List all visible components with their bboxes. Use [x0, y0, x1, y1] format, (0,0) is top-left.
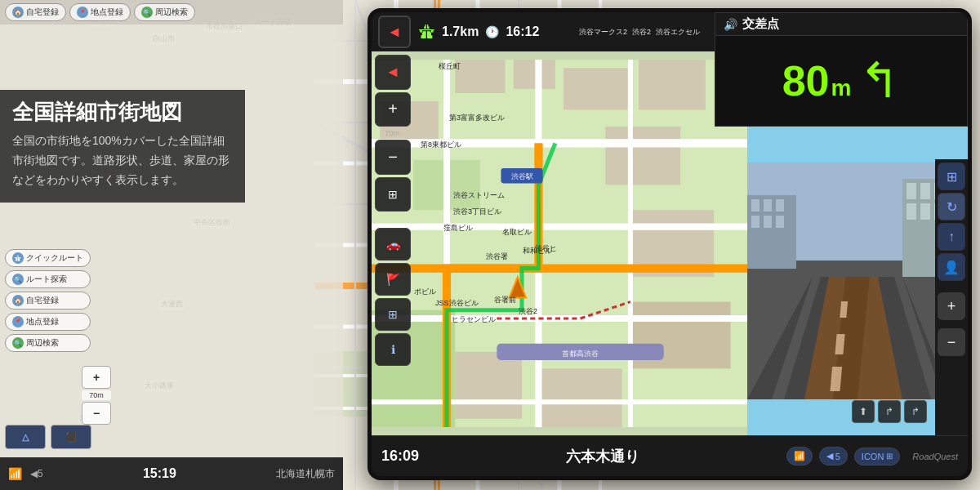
- nav-volume-btn[interactable]: ◀ 5: [819, 447, 848, 466]
- turn-box-main: 80 m ↱: [715, 36, 967, 126]
- turn-instruction-box: 🔊 交差点 80 m ↱: [715, 12, 968, 127]
- mini-icon-3[interactable]: ↱: [904, 400, 927, 423]
- nav-map-label-tanisho: 谷署前: [494, 295, 516, 305]
- nav-map-area[interactable]: 首都高渋谷 渋谷駅 桜丘町 第3富富多改ビル 第8東都ビル 渋谷ストリーム 渋谷…: [372, 51, 747, 435]
- mini-icon-1[interactable]: ⬆: [852, 400, 875, 423]
- route-icon: 🛣: [419, 23, 435, 42]
- pin-icon: 📍: [77, 7, 88, 18]
- btn-area-label-2: 周辺検索: [26, 337, 59, 349]
- svg-rect-34: [605, 127, 680, 185]
- nav-zoom-in-btn[interactable]: +: [375, 92, 411, 127]
- svg-rect-57: [751, 216, 760, 228]
- svg-rect-58: [764, 216, 772, 228]
- btn-quick-route[interactable]: 🛣 クイックルート: [5, 249, 91, 267]
- map-zoom-controls: + 70m −: [82, 366, 111, 425]
- zoom-level-left: 70m: [82, 390, 111, 400]
- nav-bottom-icons: 📶 ◀ 5 ICON ⊞: [786, 447, 901, 466]
- nav-icon-btn[interactable]: ICON ⊞: [854, 448, 901, 466]
- nav-icon-route-flag[interactable]: 🚩: [375, 263, 411, 296]
- volume-value-nav: 5: [835, 452, 840, 461]
- mini-icon-2[interactable]: ↱: [878, 400, 901, 423]
- nav-map-label-stream: 渋谷ストリーム: [453, 190, 505, 201]
- btn-point-reg-1[interactable]: 📍 地点登録: [69, 3, 131, 21]
- nav-right-controls: ⊞ ↻ ↑ 👤 + −: [935, 159, 968, 435]
- btn-area-search-1[interactable]: 🔍 周辺検索: [134, 3, 195, 21]
- btn-point-label-2: 地点登録: [26, 316, 59, 327]
- route-search-icon: 🔍: [12, 274, 24, 285]
- svg-text:渋谷駅: 渋谷駅: [511, 172, 533, 180]
- nav-map-label-toto: 第8東都ビル: [421, 140, 461, 150]
- map-label-shibuya2: 渋谷2: [632, 27, 651, 38]
- svg-rect-54: [751, 199, 760, 212]
- volume-icon-nav: ◀: [826, 451, 833, 461]
- btn-point-reg-2[interactable]: 📍 地点登録: [5, 313, 91, 331]
- nav-ctrl-plus[interactable]: +: [938, 292, 965, 320]
- turn-label: 交差点: [742, 16, 779, 32]
- turn-arrow-left: ↱: [859, 56, 900, 105]
- search-icon: 🔍: [141, 7, 153, 18]
- btn-home-reg-2[interactable]: 🏠 自宅登録: [5, 292, 91, 310]
- turn-box-header: 🔊 交差点: [715, 13, 967, 36]
- nav-speed-info: 🛣 1.7km 🕐 16:12: [419, 23, 539, 42]
- mini-route-icons: ⬆ ↱ ↱: [852, 400, 927, 423]
- svg-rect-55: [764, 199, 772, 212]
- nav-compass-btn[interactable]: ◄: [375, 55, 411, 90]
- btn-route-label: ルート探索: [26, 274, 67, 285]
- turn-distance-display: 80 m: [782, 60, 852, 102]
- nav-zoom-out-btn[interactable]: −: [375, 140, 411, 175]
- svg-rect-30: [514, 60, 555, 89]
- info-box: 全国詳細市街地図 全国の市街地を100%カバーした全国詳細市街地図です。道路形状…: [0, 90, 245, 203]
- svg-rect-61: [906, 183, 916, 199]
- nav-ctrl-refresh[interactable]: ↻: [938, 193, 965, 220]
- svg-rect-66: [920, 203, 930, 220]
- icon-label-nav: ICON: [862, 452, 884, 461]
- zoom-in-btn-left[interactable]: +: [82, 366, 111, 389]
- wifi-icon-left: 📶: [8, 467, 22, 480]
- nav-wifi-btn[interactable]: 📶: [786, 447, 813, 466]
- nav-map-mode-btn[interactable]: ⊞: [375, 177, 411, 212]
- btn-area-search-2[interactable]: 🔍 周辺検索: [5, 334, 91, 352]
- nav-map-label-shibuya3: 渋谷3丁目ビル: [453, 207, 501, 217]
- btn-home-label-1: 自宅登録: [26, 7, 59, 18]
- nav-ctrl-arrow[interactable]: ↑: [938, 223, 965, 251]
- zoom-out-btn-left[interactable]: −: [82, 402, 111, 425]
- location-left: 北海道札幌市: [276, 467, 335, 481]
- icon-grid-nav: ⊞: [886, 452, 893, 461]
- svg-rect-59: [776, 216, 784, 228]
- nav-brand: RoadQuest: [912, 452, 958, 461]
- info-description: 全国の市街地を100%カバーした全国詳細市街地図です。道路形状、歩道、家屋の形な…: [12, 131, 233, 189]
- nav-icon-info[interactable]: ℹ: [375, 333, 411, 366]
- btn-point-label-1: 地点登録: [91, 7, 123, 18]
- nav-zoom-label: 70m: [375, 129, 409, 137]
- nav-ctrl-person[interactable]: 👤: [938, 253, 965, 281]
- speaker-icon: 🔊: [724, 18, 737, 31]
- svg-text:首都高渋谷: 首都高渋谷: [562, 350, 599, 358]
- nav-distance: 1.7km: [442, 24, 479, 39]
- nav-mode-btn[interactable]: △: [5, 425, 46, 449]
- nav-map-label-shibuyahi: 渋谷ヒ: [535, 243, 557, 254]
- search-icon-2: 🔍: [12, 337, 24, 349]
- nav-map-label-natori: 名取ビル: [502, 227, 532, 238]
- nav-view-btn[interactable]: ⬛: [51, 425, 91, 449]
- svg-rect-37: [455, 352, 522, 419]
- bottom-nav-icons: △ ⬛: [5, 425, 91, 449]
- nav-compass[interactable]: ◄: [378, 16, 411, 48]
- volume-indicator-left: ◀5: [30, 468, 43, 479]
- btn-route-search[interactable]: 🔍 ルート探索: [5, 270, 91, 288]
- svg-rect-38: [538, 368, 621, 427]
- svg-rect-31: [564, 68, 630, 109]
- nav-map-label-tomida: 第3富富多改ビル: [449, 113, 505, 123]
- nav-icon-grid[interactable]: ⊞: [375, 298, 411, 331]
- nav-icon-direction[interactable]: 🚗: [375, 228, 411, 261]
- btn-home-label-2: 自宅登録: [26, 295, 59, 306]
- top-buttons-row1: 🏠 自宅登録 📍 地点登録 🔍 周辺検索: [0, 0, 343, 24]
- btn-home-reg-1[interactable]: 🏠 自宅登録: [5, 3, 66, 21]
- svg-rect-33: [639, 60, 706, 109]
- nav-bottom-left-icons: 🚗 🚩 ⊞ ℹ: [372, 225, 412, 435]
- nav-ctrl-grid[interactable]: ⊞: [938, 163, 965, 190]
- nav-ctrl-minus[interactable]: −: [938, 328, 965, 356]
- nav-map-label-sakuragaoka: 桜丘町: [439, 61, 461, 72]
- pin-icon-2: 📍: [12, 316, 24, 327]
- nav-screen: ◄ 🛣 1.7km 🕐 16:12 渋谷マークス2 渋谷2 渋谷エクセル 🔊 交…: [372, 12, 968, 476]
- nav-map-label-shibuyasho: 渋谷署: [486, 252, 508, 262]
